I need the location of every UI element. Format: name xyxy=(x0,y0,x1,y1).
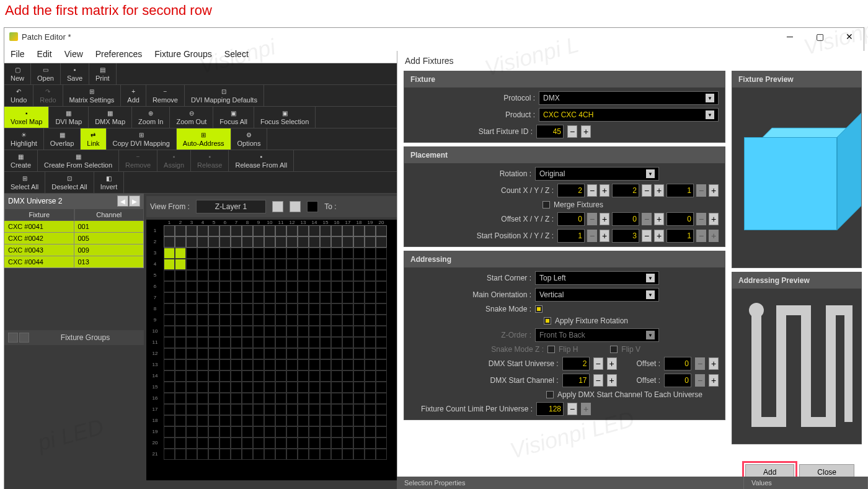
grid-cell[interactable] xyxy=(353,270,365,281)
grid-cell[interactable] xyxy=(331,281,342,292)
toolbar-overlap[interactable]: ▦Overlap xyxy=(44,128,81,150)
grid-cell[interactable] xyxy=(320,326,331,337)
grid-cell[interactable] xyxy=(242,415,253,426)
grid-cell[interactable] xyxy=(342,303,353,315)
grid-cell[interactable] xyxy=(298,270,309,281)
grid-cell[interactable] xyxy=(175,270,186,281)
grid-cell[interactable] xyxy=(353,393,365,404)
grid-cell[interactable] xyxy=(342,337,353,348)
corner-dropdown[interactable]: Top Left▼ xyxy=(535,271,659,285)
grid-cell[interactable] xyxy=(286,393,298,404)
grid-cell[interactable] xyxy=(320,348,331,359)
grid-cell[interactable] xyxy=(365,248,376,259)
grid-cell[interactable] xyxy=(376,426,387,437)
grid-cell[interactable] xyxy=(342,393,353,404)
grid-cell[interactable] xyxy=(331,225,342,236)
grid-cell[interactable] xyxy=(365,426,376,437)
grid-cell[interactable] xyxy=(219,236,231,248)
grid-cell[interactable] xyxy=(365,415,376,426)
grid-cell[interactable] xyxy=(353,292,365,303)
grid-cell[interactable] xyxy=(264,292,275,303)
grid-cell[interactable] xyxy=(186,348,197,359)
grid-cell[interactable] xyxy=(298,415,309,426)
grid-cell[interactable] xyxy=(342,315,353,326)
grid-cell[interactable] xyxy=(331,315,342,326)
grid-cell[interactable] xyxy=(376,404,387,415)
grid-cell[interactable] xyxy=(231,393,242,404)
grid-cell[interactable] xyxy=(331,303,342,315)
grid-cell[interactable] xyxy=(186,393,197,404)
grid-cell[interactable] xyxy=(376,292,387,303)
offset2-inc[interactable]: + xyxy=(709,374,719,387)
grid-cell[interactable] xyxy=(164,236,175,248)
grid-cell[interactable] xyxy=(286,348,298,359)
grid-cell[interactable] xyxy=(376,281,387,292)
grid-cell[interactable] xyxy=(320,315,331,326)
grid-cell[interactable] xyxy=(186,292,197,303)
offset2-input[interactable] xyxy=(664,374,691,387)
grid-cell[interactable] xyxy=(309,292,320,303)
grid-cell[interactable] xyxy=(342,281,353,292)
grid-cell[interactable] xyxy=(309,437,320,449)
grid-cell[interactable] xyxy=(242,315,253,326)
grid-cell[interactable] xyxy=(242,236,253,248)
grid-cell[interactable] xyxy=(376,415,387,426)
grid-cell[interactable] xyxy=(353,315,365,326)
grid-cell[interactable] xyxy=(264,326,275,337)
grid-cell[interactable] xyxy=(175,326,186,337)
grid-cell[interactable] xyxy=(320,449,331,460)
grid-cell[interactable] xyxy=(309,248,320,259)
grid-cell[interactable] xyxy=(253,404,264,415)
grid-cell[interactable] xyxy=(253,337,264,348)
toolbar-new[interactable]: ▢New xyxy=(4,63,31,84)
grid-cell[interactable] xyxy=(175,426,186,437)
grid-cell[interactable] xyxy=(320,437,331,449)
grid-cell[interactable] xyxy=(253,248,264,259)
limit-dec[interactable]: − xyxy=(567,403,577,415)
grid-cell[interactable] xyxy=(242,393,253,404)
grid-cell[interactable] xyxy=(286,259,298,270)
grid-cell[interactable] xyxy=(164,281,175,292)
grid-cell[interactable] xyxy=(275,281,286,292)
dmx-chan-dec[interactable]: − xyxy=(593,374,603,387)
toolbar-open[interactable]: ▭Open xyxy=(31,63,61,84)
grid-cell[interactable] xyxy=(231,348,242,359)
toolbar-dvi-map[interactable]: ▦DVI Map xyxy=(49,107,89,128)
grid-cell[interactable] xyxy=(231,449,242,460)
grid-cell[interactable] xyxy=(298,248,309,259)
limit-input[interactable] xyxy=(536,402,564,416)
grid-cell[interactable] xyxy=(353,437,365,449)
toolbar-zoom-in[interactable]: ⊕Zoom In xyxy=(132,107,170,128)
grid-cell[interactable] xyxy=(298,281,309,292)
grid-cell[interactable] xyxy=(275,393,286,404)
grid-cell[interactable] xyxy=(353,348,365,359)
count-y-input[interactable] xyxy=(612,184,639,197)
grid-cell[interactable] xyxy=(175,348,186,359)
grid-cell[interactable] xyxy=(286,225,298,236)
grid-cell[interactable] xyxy=(164,449,175,460)
grid-cell[interactable] xyxy=(353,303,365,315)
grid-cell[interactable] xyxy=(376,270,387,281)
toolbar-select-all[interactable]: ⊞Select All xyxy=(4,172,45,193)
grid-cell[interactable] xyxy=(242,248,253,259)
toolbar-dvi-mapping-defaults[interactable]: ⊡DVI Mapping Defaults xyxy=(185,85,264,106)
grid-cell[interactable] xyxy=(331,426,342,437)
offset-y-input[interactable] xyxy=(612,212,639,226)
grid-cell[interactable] xyxy=(320,393,331,404)
grid-cell[interactable] xyxy=(242,404,253,415)
count-x-inc[interactable]: + xyxy=(600,184,609,197)
grid-cell[interactable] xyxy=(208,382,219,393)
layer-prev[interactable]: ◀ xyxy=(272,201,283,212)
grid-cell[interactable] xyxy=(164,382,175,393)
start-id-inc[interactable]: + xyxy=(581,125,591,138)
grid-cell[interactable] xyxy=(208,348,219,359)
grid-cell[interactable] xyxy=(342,236,353,248)
grid-cell[interactable] xyxy=(275,370,286,382)
grid-cell[interactable] xyxy=(197,248,208,259)
grid-cell[interactable] xyxy=(186,382,197,393)
grid-cell[interactable] xyxy=(298,382,309,393)
grid-cell[interactable] xyxy=(264,359,275,370)
grid-cell[interactable] xyxy=(175,315,186,326)
grid-cell[interactable] xyxy=(219,404,231,415)
toolbar-create-from-selection[interactable]: ▦Create From Selection xyxy=(38,150,119,171)
